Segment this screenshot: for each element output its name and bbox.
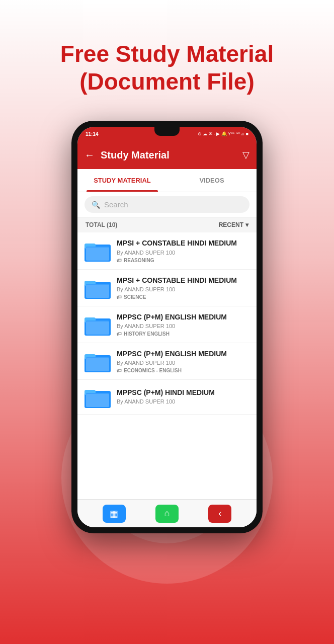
search-bar: 🔍 Search (77, 192, 257, 217)
filter-icon[interactable]: ▽ (242, 149, 249, 160)
item-info: MPSI + CONSTABLE HINDI MEDIUM By ANAND S… (117, 238, 249, 263)
svg-rect-7 (86, 285, 109, 298)
back-icon: ‹ (218, 508, 221, 519)
folder-icon (85, 313, 111, 336)
item-tag: 🏷 HISTORY ENGLISH (117, 331, 249, 337)
nav-home-button[interactable]: ⌂ (155, 505, 179, 523)
list-item[interactable]: MPPSC (P+M) HINDI MEDIUM By ANAND SUPER … (77, 380, 257, 415)
search-placeholder: Search (104, 200, 128, 209)
item-title: MPPSC (P+M) ENGLISH MEDIUM (117, 312, 249, 321)
item-title: MPPSC (P+M) HINDI MEDIUM (117, 388, 249, 397)
item-author: By ANAND SUPER 100 (117, 398, 249, 405)
status-time: 11:14 (86, 131, 99, 137)
hero-title-line2: (Document File) (79, 68, 255, 95)
item-info: MPPSC (P+M) HINDI MEDIUM By ANAND SUPER … (117, 388, 249, 407)
hero-title-line1: Free Study Material (60, 41, 274, 67)
folder-icon (85, 386, 111, 408)
list-sort[interactable]: RECENT ▾ (219, 221, 248, 228)
nav-back-button[interactable]: ‹ (208, 505, 231, 523)
status-icons: ⊙ ☁ ✉ · ▶ 🔔 Yᴮᴱ ᵘˡˡ ᵢₗₗ ■ (198, 131, 248, 136)
app-bar: ← Study Material ▽ (77, 141, 257, 169)
folder-icon (85, 239, 111, 262)
tag-icon: 🏷 (117, 258, 122, 263)
tab-videos[interactable]: VIDEOS (167, 169, 257, 192)
list-item[interactable]: MPSI + CONSTABLE HINDI MEDIUM By ANAND S… (77, 270, 257, 306)
bottom-nav: ▦ ⌂ ‹ (77, 499, 257, 527)
tag-icon: 🏷 (117, 368, 122, 373)
folder-icon (85, 277, 111, 299)
item-tag: 🏷 ECONOMICS - ENGLISH (117, 368, 249, 373)
item-title: MPSI + CONSTABLE HINDI MEDIUM (117, 238, 249, 248)
svg-rect-19 (86, 394, 109, 407)
list-header: TOTAL (10) RECENT ▾ (77, 217, 257, 232)
item-author: By ANAND SUPER 100 (117, 360, 249, 366)
item-tag: 🏷 SCIENCE (117, 294, 249, 300)
item-info: MPPSC (P+M) ENGLISH MEDIUM By ANAND SUPE… (117, 312, 249, 337)
list-total: TOTAL (10) (86, 221, 117, 228)
items-list: MPSI + CONSTABLE HINDI MEDIUM By ANAND S… (77, 232, 257, 499)
files-icon: ▦ (110, 508, 118, 519)
item-tag: 🏷 REASONING (117, 258, 249, 263)
tab-study-material[interactable]: STUDY MATERIAL (77, 169, 167, 192)
nav-files-button[interactable]: ▦ (103, 505, 126, 523)
sort-chevron-icon: ▾ (245, 221, 248, 228)
search-icon: 🔍 (92, 201, 100, 209)
back-button[interactable]: ← (85, 149, 95, 161)
tag-icon: 🏷 (117, 331, 122, 337)
list-item[interactable]: MPPSC (P+M) ENGLISH MEDIUM By ANAND SUPE… (77, 343, 257, 380)
list-item[interactable]: MPSI + CONSTABLE HINDI MEDIUM By ANAND S… (77, 232, 257, 269)
tag-icon: 🏷 (117, 294, 122, 300)
search-input-wrap[interactable]: 🔍 Search (85, 196, 249, 213)
svg-rect-11 (86, 321, 109, 335)
phone-frame: 11:14 ⊙ ☁ ✉ · ▶ 🔔 Yᴮᴱ ᵘˡˡ ᵢₗₗ ■ ← Study … (71, 121, 263, 533)
folder-icon (85, 350, 111, 372)
item-author: By ANAND SUPER 100 (117, 250, 249, 256)
home-icon: ⌂ (164, 508, 170, 519)
tab-bar: STUDY MATERIAL VIDEOS (77, 169, 257, 192)
phone-notch (154, 127, 180, 136)
hero-title: Free Study Material (Document File) (40, 40, 294, 96)
phone-screen: 11:14 ⊙ ☁ ✉ · ▶ 🔔 Yᴮᴱ ᵘˡˡ ᵢₗₗ ■ ← Study … (77, 127, 257, 527)
item-author: By ANAND SUPER 100 (117, 286, 249, 292)
item-title: MPSI + CONSTABLE HINDI MEDIUM (117, 276, 249, 285)
item-title: MPPSC (P+M) ENGLISH MEDIUM (117, 349, 249, 358)
item-author: By ANAND SUPER 100 (117, 323, 249, 329)
svg-rect-3 (86, 248, 109, 261)
item-info: MPPSC (P+M) ENGLISH MEDIUM By ANAND SUPE… (117, 349, 249, 373)
list-item[interactable]: MPPSC (P+M) ENGLISH MEDIUM By ANAND SUPE… (77, 306, 257, 343)
svg-rect-15 (86, 358, 109, 371)
item-info: MPSI + CONSTABLE HINDI MEDIUM By ANAND S… (117, 276, 249, 300)
app-bar-title: Study Material (101, 149, 236, 161)
